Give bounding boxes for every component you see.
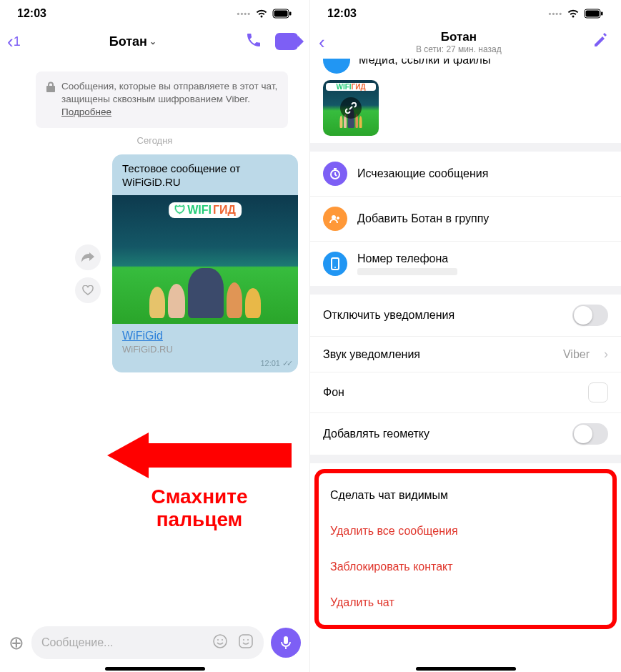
svg-point-16 (334, 267, 336, 268)
arrow-left-icon (107, 433, 292, 478)
wifi-icon (567, 9, 580, 19)
status-time: 12:03 (17, 7, 46, 20)
setting-label: Добавлять геометку (323, 428, 562, 440)
status-time: 12:03 (327, 7, 357, 20)
delete-chat-row[interactable]: Удалить чат (319, 585, 612, 621)
forward-button[interactable] (75, 244, 101, 270)
back-button[interactable]: ‹ (319, 33, 325, 51)
chat-body: Сообщения, которые вы отправляете в этот… (0, 59, 309, 602)
svg-point-5 (222, 639, 223, 641)
mic-button[interactable] (271, 628, 301, 658)
svg-rect-12 (601, 12, 603, 16)
sound-row[interactable]: Звук уведомления Viber › (310, 337, 621, 372)
sound-value: Viber (563, 348, 590, 361)
message-bubble[interactable]: Тестовое сообщение от WiFiGiD.RU 🛡WIFIГИ… (112, 154, 298, 372)
message-time: 12:01 ✓✓ (112, 359, 298, 372)
edit-button[interactable] (592, 33, 608, 51)
wifigid-logo: 🛡WIFIГИД (169, 202, 242, 218)
read-checks-icon: ✓✓ (282, 359, 291, 367)
message-input[interactable]: Сообщение... (31, 626, 264, 659)
setting-label: Фон (323, 386, 578, 399)
chat-title-text: Ботан (109, 34, 147, 49)
setting-label: Добавить Ботан в группу (357, 212, 608, 225)
mute-toggle[interactable] (572, 305, 608, 326)
contact-info-screen: 12:03 •••• ‹ Ботан В сети: 27 мин. назад… (310, 0, 621, 672)
message-text: Тестовое сообщение от WiFiGiD.RU (112, 154, 298, 195)
media-section-header[interactable]: Медиа, ссылки и файлы (310, 59, 621, 74)
svg-rect-1 (274, 11, 288, 17)
message-preview-image: 🛡WIFIГИД (112, 195, 298, 324)
sticker-icon[interactable] (238, 633, 254, 652)
swipe-annotation: Смахните пальцем (107, 433, 292, 531)
swipe-hint-text: Смахните пальцем (151, 485, 247, 531)
battery-icon (584, 9, 604, 19)
contact-info-header: ‹ Ботан В сети: 27 мин. назад (310, 24, 621, 59)
like-button[interactable] (75, 277, 101, 303)
svg-point-3 (214, 635, 227, 648)
danger-zone-highlight: Сделать чат видимым Удалить все сообщени… (314, 469, 617, 629)
encryption-notice: Сообщения, которые вы отправляете в этот… (36, 71, 288, 128)
setting-label: Исчезающие сообщения (357, 167, 608, 180)
add-button[interactable]: ⊕ (9, 632, 24, 654)
message-link-title[interactable]: WiFiGid (122, 330, 163, 342)
divider (310, 143, 621, 152)
video-icon[interactable] (275, 33, 298, 50)
wifigid-logo: WIFIГИД (326, 83, 376, 91)
geotag-toggle[interactable] (572, 423, 608, 445)
svg-point-7 (243, 639, 244, 641)
status-icons: •••• (237, 9, 292, 19)
svg-rect-2 (289, 12, 292, 16)
home-indicator (105, 667, 205, 671)
phone-icon[interactable] (245, 31, 262, 51)
day-separator: Сегодня (0, 135, 309, 146)
cellular-icon: •••• (237, 9, 251, 18)
contact-subtitle: В сети: 27 мин. назад (325, 44, 592, 54)
wifi-icon (255, 9, 268, 19)
delete-all-row[interactable]: Удалить все сообщения (319, 513, 612, 549)
disappearing-messages-row[interactable]: Исчезающие сообщения (310, 152, 621, 197)
back-button[interactable]: ‹ 1 (7, 32, 21, 51)
message-row: Тестовое сообщение от WiFiGiD.RU 🛡WIFIГИ… (0, 152, 309, 375)
link-icon (340, 97, 362, 119)
svg-rect-11 (586, 11, 600, 17)
group-add-icon (323, 207, 347, 231)
section-label: Медиа, ссылки и файлы (359, 59, 491, 66)
phone-number-hidden (357, 268, 457, 275)
status-bar: 12:03 •••• (310, 0, 621, 24)
cellular-icon: •••• (549, 9, 562, 18)
section-icon (323, 59, 350, 74)
geotag-row[interactable]: Добавлять геометку (310, 413, 621, 455)
media-thumbnail[interactable]: WIFIГИД (323, 80, 379, 136)
header-actions (245, 31, 298, 51)
add-to-group-row[interactable]: Добавить Ботан в группу (310, 197, 621, 242)
svg-point-4 (217, 639, 219, 641)
status-icons: •••• (549, 9, 604, 19)
emoji-icon[interactable] (212, 633, 228, 652)
background-checkbox[interactable] (588, 382, 608, 402)
divider (310, 455, 621, 463)
background-row[interactable]: Фон (310, 372, 621, 413)
phone-number-row[interactable]: Номер телефона (310, 242, 621, 286)
message-link: WiFiGid WiFiGiD.RU (112, 324, 298, 359)
contact-title-wrap: Ботан В сети: 27 мин. назад (325, 30, 592, 54)
make-visible-row[interactable]: Сделать чат видимым (319, 478, 612, 513)
setting-label: Звук уведомления (323, 348, 553, 361)
setting-label: Отключить уведомления (323, 309, 562, 322)
chevron-left-icon: ‹ (7, 32, 14, 51)
timer-icon (323, 162, 347, 186)
mute-row[interactable]: Отключить уведомления (310, 295, 621, 337)
svg-point-8 (247, 639, 249, 641)
chevron-right-icon: › (604, 347, 608, 362)
setting-label-wrap: Номер телефона (357, 252, 608, 275)
status-bar: 12:03 •••• (0, 0, 309, 24)
chat-title[interactable]: Ботан ⌄ (109, 34, 157, 49)
divider (310, 286, 621, 295)
input-bar: ⊕ Сообщение... (0, 621, 309, 665)
battery-icon (272, 9, 292, 19)
chat-screen: 12:03 •••• ‹ 1 Ботан ⌄ (0, 0, 310, 672)
chevron-down-icon: ⌄ (149, 36, 157, 46)
encryption-more-link[interactable]: Подробнее (61, 107, 111, 117)
block-contact-row[interactable]: Заблокировать контакт (319, 549, 612, 585)
setting-label: Номер телефона (357, 252, 608, 265)
chevron-left-icon: ‹ (319, 33, 325, 51)
